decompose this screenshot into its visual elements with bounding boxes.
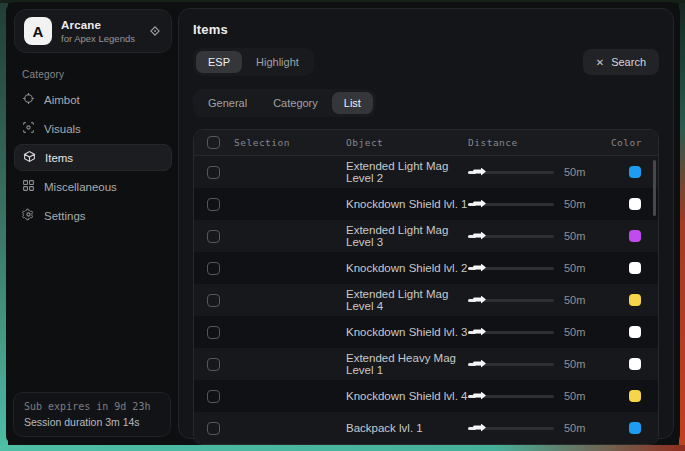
sidebar-item-visuals[interactable]: Visuals [14, 115, 172, 142]
color-swatch[interactable] [629, 262, 641, 274]
object-name: Knockdown Shield lvl. 3 [346, 326, 468, 338]
distance-slider[interactable] [468, 171, 554, 174]
distance-slider[interactable] [468, 299, 554, 302]
distance-slider[interactable] [468, 203, 554, 206]
app-subtitle: for Apex Legends [61, 33, 139, 44]
tab-category[interactable]: Category [261, 92, 330, 114]
tab-esp[interactable]: ESP [196, 51, 242, 73]
color-swatch[interactable] [629, 230, 641, 242]
distance-slider[interactable] [468, 395, 554, 398]
search-button[interactable]: ✕ Search [583, 49, 659, 75]
distance-value: 50m [564, 166, 585, 178]
object-name: Extended Light Mag Level 2 [346, 160, 468, 184]
color-swatch[interactable] [629, 422, 641, 434]
distance-value: 50m [564, 230, 585, 242]
mode-tab-group: ESPHighlight [193, 48, 314, 76]
row-checkbox[interactable] [207, 166, 220, 179]
distance-slider[interactable] [468, 235, 554, 238]
column-header-distance: Distance [468, 137, 608, 148]
distance-cell: 50m [468, 230, 608, 242]
sidebar-section-label: Category [22, 69, 178, 80]
table-row: Extended Light Mag Level 4 50m [194, 284, 658, 316]
sidebar-item-aimbot[interactable]: Aimbot [14, 86, 172, 113]
slider-handle[interactable] [473, 296, 486, 304]
distance-slider[interactable] [468, 331, 554, 334]
distance-cell: 50m [468, 262, 608, 274]
select-all-checkbox[interactable] [207, 136, 220, 149]
slider-handle[interactable] [473, 424, 486, 432]
row-checkbox[interactable] [207, 422, 220, 435]
distance-value: 50m [564, 294, 585, 306]
sidebar-item-label: Items [45, 152, 73, 164]
sidebar-item-settings[interactable]: Settings [14, 202, 172, 229]
diamond-icon[interactable] [148, 24, 162, 38]
table-row: Knockdown Shield lvl. 1 50m [194, 188, 658, 220]
object-name: Knockdown Shield lvl. 2 [346, 262, 468, 274]
tab-highlight[interactable]: Highlight [244, 51, 311, 73]
grid-icon [22, 179, 35, 194]
object-name: Backpack lvl. 1 [346, 422, 468, 434]
x-icon: ✕ [596, 57, 604, 68]
row-checkbox[interactable] [207, 294, 220, 307]
desktop-edge-bottom [0, 445, 685, 451]
row-checkbox[interactable] [207, 358, 220, 371]
sidebar-item-label: Aimbot [44, 94, 80, 106]
object-name: Knockdown Shield lvl. 4 [346, 390, 468, 402]
page-title: Items [193, 22, 659, 37]
gear-icon [22, 208, 35, 223]
app-logo: A [24, 17, 52, 45]
sidebar: A Arcane for Apex Legends Category Aimbo… [6, 2, 178, 445]
sidebar-item-label: Miscellaneous [44, 181, 117, 193]
distance-cell: 50m [468, 358, 608, 370]
distance-cell: 50m [468, 422, 608, 434]
crosshair-icon [22, 92, 35, 107]
toolbar-row: ESPHighlight ✕ Search [193, 48, 659, 76]
slider-handle[interactable] [473, 392, 486, 400]
eye-scan-icon [22, 121, 35, 136]
column-header-selection: Selection [234, 137, 346, 148]
sidebar-item-items[interactable]: Items [14, 144, 172, 171]
row-checkbox[interactable] [207, 198, 220, 211]
table-scrollbar[interactable] [653, 160, 656, 216]
distance-slider[interactable] [468, 363, 554, 366]
table-row: Knockdown Shield lvl. 4 50m [194, 380, 658, 412]
distance-cell: 50m [468, 198, 608, 210]
color-swatch[interactable] [629, 198, 641, 210]
table-row: Knockdown Shield lvl. 2 50m [194, 252, 658, 284]
distance-slider[interactable] [468, 427, 554, 430]
sub-expiry-text: Sub expires in 9d 23h [24, 401, 160, 412]
tab-general[interactable]: General [196, 92, 259, 114]
distance-slider[interactable] [468, 267, 554, 270]
row-checkbox[interactable] [207, 230, 220, 243]
table-body: Extended Light Mag Level 2 50m Knockdown… [194, 156, 658, 444]
slider-handle[interactable] [473, 200, 486, 208]
distance-value: 50m [564, 326, 585, 338]
sidebar-item-miscellaneous[interactable]: Miscellaneous [14, 173, 172, 200]
table-row: Extended Light Mag Level 3 50m [194, 220, 658, 252]
color-swatch[interactable] [629, 358, 641, 370]
session-duration-text: Session duration 3m 14s [24, 416, 160, 428]
distance-cell: 50m [468, 326, 608, 338]
color-swatch[interactable] [629, 390, 641, 402]
slider-handle[interactable] [473, 264, 486, 272]
distance-value: 50m [564, 422, 585, 434]
color-swatch[interactable] [629, 326, 641, 338]
color-swatch[interactable] [629, 166, 641, 178]
tab-list[interactable]: List [332, 92, 373, 114]
slider-handle[interactable] [473, 232, 486, 240]
color-swatch[interactable] [629, 294, 641, 306]
distance-value: 50m [564, 198, 585, 210]
table-row: Knockdown Shield lvl. 3 50m [194, 316, 658, 348]
slider-handle[interactable] [473, 360, 486, 368]
slider-handle[interactable] [473, 168, 486, 176]
row-checkbox[interactable] [207, 262, 220, 275]
row-checkbox[interactable] [207, 390, 220, 403]
session-info-card: Sub expires in 9d 23h Session duration 3… [13, 392, 171, 437]
slider-handle[interactable] [473, 328, 486, 336]
row-checkbox[interactable] [207, 326, 220, 339]
sidebar-item-label: Settings [44, 210, 86, 222]
distance-cell: 50m [468, 390, 608, 402]
sidebar-item-label: Visuals [44, 123, 81, 135]
sidebar-nav: AimbotVisualsItemsMiscellaneousSettings [6, 86, 178, 229]
main-panel: Items ESPHighlight ✕ Search GeneralCateg… [178, 8, 674, 439]
